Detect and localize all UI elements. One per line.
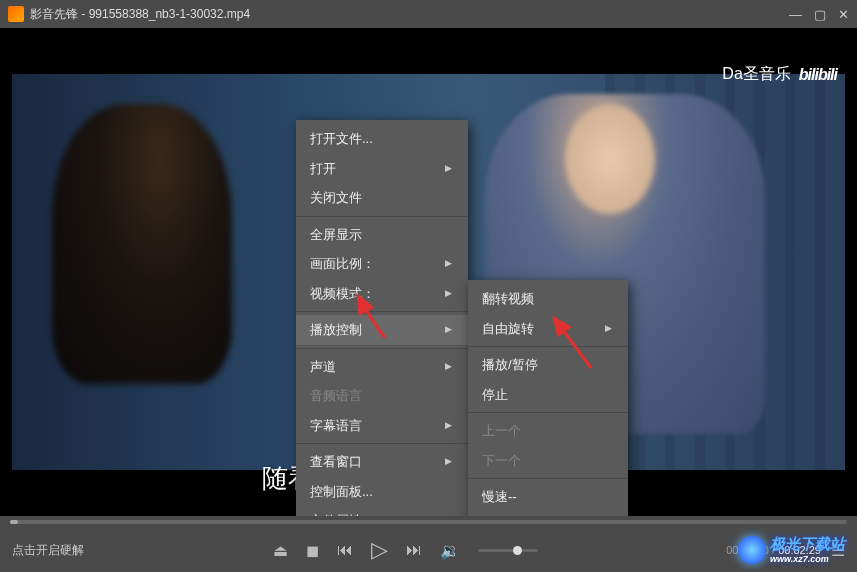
chevron-right-icon: ▶ — [445, 455, 452, 469]
brand-text: 极光下载站 — [770, 535, 845, 552]
window-controls: — ▢ ✕ — [789, 7, 849, 22]
submenu-previous: 上一个 — [468, 416, 628, 446]
menu-control-panel[interactable]: 控制面板... — [296, 477, 468, 507]
menu-subtitle-language[interactable]: 字幕语言▶ — [296, 411, 468, 441]
menu-fullscreen[interactable]: 全屏显示 — [296, 220, 468, 250]
brand-sub: www.xz7.com — [770, 554, 845, 564]
submenu-free-rotate[interactable]: 自由旋转▶ — [468, 314, 628, 344]
progress-bar[interactable] — [0, 516, 857, 528]
file-name: 991558388_nb3-1-30032.mp4 — [89, 7, 250, 21]
menu-separator — [468, 346, 628, 347]
menu-open[interactable]: 打开▶ — [296, 154, 468, 184]
titlebar: 影音先锋 - 991558388_nb3-1-30032.mp4 — ▢ ✕ — [0, 0, 857, 28]
menu-video-mode[interactable]: 视频模式：▶ — [296, 279, 468, 309]
app-icon — [8, 6, 24, 22]
menu-aspect-ratio[interactable]: 画面比例：▶ — [296, 249, 468, 279]
close-button[interactable]: ✕ — [838, 7, 849, 22]
brand-icon — [738, 536, 766, 564]
brand-watermark: 极光下载站 www.xz7.com — [738, 535, 845, 564]
menu-view-window[interactable]: 查看窗口▶ — [296, 447, 468, 477]
menu-audio-language: 音频语言 — [296, 381, 468, 411]
hw-decode-toggle[interactable]: 点击开启硬解 — [12, 542, 84, 559]
submenu-stop[interactable]: 停止 — [468, 380, 628, 410]
chevron-right-icon: ▶ — [445, 257, 452, 271]
volume-icon[interactable]: 🔉 — [440, 541, 460, 560]
submenu-next: 下一个 — [468, 446, 628, 476]
previous-button[interactable]: ⏮ — [337, 541, 353, 559]
eject-button[interactable]: ⏏ — [273, 541, 288, 560]
menu-playback-control[interactable]: 播放控制▶ — [296, 315, 468, 345]
window-title: 影音先锋 - 991558388_nb3-1-30032.mp4 — [30, 6, 250, 23]
stop-button[interactable]: ◼ — [306, 541, 319, 560]
control-bar: 点击开启硬解 ⏏ ◼ ⏮ ▷ ⏭ 🔉 00:00:00 / 00:02:29 ☰ — [0, 516, 857, 572]
menu-open-file[interactable]: 打开文件... — [296, 124, 468, 154]
menu-separator — [296, 311, 468, 312]
submenu-play-pause[interactable]: 播放/暂停 — [468, 350, 628, 380]
maximize-button[interactable]: ▢ — [814, 7, 826, 22]
chevron-right-icon: ▶ — [445, 419, 452, 433]
submenu-slow-down[interactable]: 慢速-- — [468, 482, 628, 512]
minimize-button[interactable]: — — [789, 7, 802, 22]
play-button[interactable]: ▷ — [371, 537, 388, 563]
chevron-right-icon: ▶ — [445, 287, 452, 301]
next-button[interactable]: ⏭ — [406, 541, 422, 559]
menu-close-file[interactable]: 关闭文件 — [296, 183, 468, 213]
channel-name: Da圣音乐 — [722, 64, 790, 85]
volume-slider[interactable] — [478, 549, 538, 552]
chevron-right-icon: ▶ — [445, 360, 452, 374]
chevron-right-icon: ▶ — [445, 162, 452, 176]
titlebar-left: 影音先锋 - 991558388_nb3-1-30032.mp4 — [8, 6, 250, 23]
context-menu: 打开文件... 打开▶ 关闭文件 全屏显示 画面比例：▶ 视频模式：▶ 播放控制… — [296, 120, 468, 569]
submenu-flip-video[interactable]: 翻转视频 — [468, 284, 628, 314]
app-name: 影音先锋 — [30, 7, 78, 21]
menu-separator — [296, 216, 468, 217]
chevron-right-icon: ▶ — [445, 323, 452, 337]
menu-separator — [296, 348, 468, 349]
video-watermark: Da圣音乐 bilibili — [722, 64, 837, 85]
menu-separator — [468, 478, 628, 479]
menu-audio-channel[interactable]: 声道▶ — [296, 352, 468, 382]
menu-separator — [296, 443, 468, 444]
bilibili-logo: bilibili — [799, 66, 837, 84]
chevron-right-icon: ▶ — [605, 322, 612, 336]
menu-separator — [468, 412, 628, 413]
